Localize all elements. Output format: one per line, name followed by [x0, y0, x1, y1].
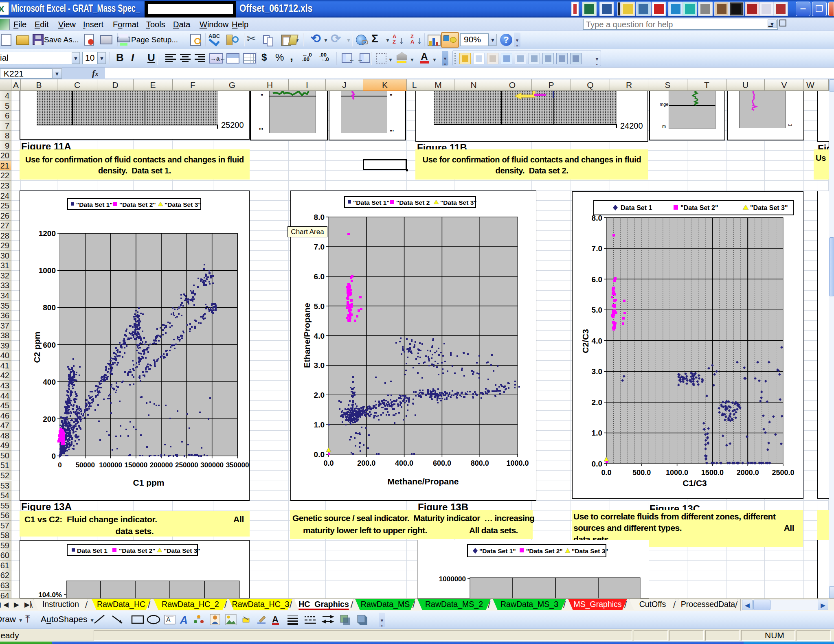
svg-text:"Data Set 1": "Data Set 1" [479, 548, 516, 554]
svg-text:1000.0: 1000.0 [666, 469, 688, 477]
svg-text:C2/C3: C2/C3 [581, 329, 590, 353]
svg-text:2500.0: 2500.0 [772, 469, 794, 477]
svg-text:C1/C3: C1/C3 [683, 478, 707, 488]
svg-text:7.0: 7.0 [314, 243, 325, 251]
svg-text:A: A [180, 614, 188, 626]
svg-text:2000.0: 2000.0 [737, 469, 759, 477]
svg-text:"Data Set 1": "Data Set 1" [353, 199, 390, 206]
svg-text:1.0: 1.0 [592, 429, 602, 437]
svg-text:600: 600 [43, 341, 56, 349]
svg-text:Methane/Propane: Methane/Propane [387, 477, 459, 486]
svg-text:0.0: 0.0 [592, 460, 602, 468]
svg-text:"Data Set 3": "Data Set 3" [750, 204, 788, 211]
svg-text:0: 0 [51, 452, 56, 460]
svg-text:250000: 250000 [175, 461, 198, 469]
svg-text:1000.0: 1000.0 [506, 459, 529, 467]
svg-text:600.0: 600.0 [433, 459, 451, 467]
svg-text:"Data Set 3": "Data Set 3" [165, 201, 201, 208]
svg-text:3.0: 3.0 [314, 361, 325, 370]
svg-text:"Data Set 3": "Data Set 3" [164, 547, 200, 554]
svg-text:2.0: 2.0 [592, 398, 602, 407]
svg-text:Ethane/Propane: Ethane/Propane [302, 303, 312, 368]
svg-text:400: 400 [43, 378, 56, 386]
svg-text:300000: 300000 [200, 461, 224, 469]
svg-text:4.0: 4.0 [592, 337, 602, 345]
svg-text:5.0: 5.0 [314, 302, 325, 311]
svg-text:"Data Set 2": "Data Set 2" [119, 201, 156, 208]
svg-text:Data Set 1: Data Set 1 [621, 204, 652, 211]
svg-text:"Data Set 2": "Data Set 2" [526, 548, 563, 554]
svg-text:200: 200 [43, 415, 56, 423]
svg-text:0.0: 0.0 [323, 459, 334, 467]
svg-text:"Data Set 2: "Data Set 2 [396, 199, 430, 206]
svg-text:0: 0 [58, 461, 61, 469]
svg-text:200000: 200000 [150, 461, 173, 469]
svg-text:3.0: 3.0 [592, 367, 602, 376]
svg-text:"Data Set 2": "Data Set 2" [680, 204, 718, 211]
svg-text:7.0: 7.0 [592, 244, 602, 253]
svg-text:2.0: 2.0 [314, 391, 325, 399]
svg-text:Data Set 1: Data Set 1 [77, 547, 108, 554]
svg-text:6.0: 6.0 [592, 275, 602, 284]
svg-text:0.0: 0.0 [314, 450, 325, 459]
svg-text:1500.0: 1500.0 [701, 469, 724, 477]
svg-text:1000000: 1000000 [439, 575, 466, 583]
svg-text:50000: 50000 [76, 461, 95, 469]
svg-text:800: 800 [43, 303, 56, 312]
svg-text:6.0: 6.0 [314, 272, 325, 281]
svg-text:C2 ppm: C2 ppm [32, 331, 42, 363]
svg-text:C1 ppm: C1 ppm [133, 478, 164, 487]
svg-text:400.0: 400.0 [395, 459, 413, 467]
svg-text:200.0: 200.0 [357, 459, 375, 467]
svg-text:104.0%: 104.0% [38, 591, 62, 598]
svg-text:A: A [272, 614, 279, 624]
svg-text:1000: 1000 [39, 266, 56, 275]
svg-text:"Data Set 2": "Data Set 2" [119, 547, 156, 554]
svg-text:800.0: 800.0 [471, 459, 489, 467]
svg-text:0.0: 0.0 [601, 469, 611, 477]
svg-text:100000: 100000 [99, 461, 122, 469]
svg-text:150000: 150000 [125, 461, 148, 469]
svg-text:4.0: 4.0 [314, 332, 325, 340]
svg-text:1200: 1200 [39, 229, 56, 238]
svg-text:"Data Set 3": "Data Set 3" [440, 199, 477, 206]
svg-text:5.0: 5.0 [592, 306, 602, 314]
svg-text:"Data Set 3": "Data Set 3" [572, 548, 608, 554]
svg-text:350000: 350000 [226, 461, 249, 469]
svg-text:1.0: 1.0 [314, 421, 325, 429]
svg-text:500.0: 500.0 [632, 469, 651, 477]
svg-text:A: A [166, 616, 171, 623]
svg-text:"Data Set 1": "Data Set 1" [76, 201, 113, 208]
svg-text:8.0: 8.0 [314, 213, 325, 221]
